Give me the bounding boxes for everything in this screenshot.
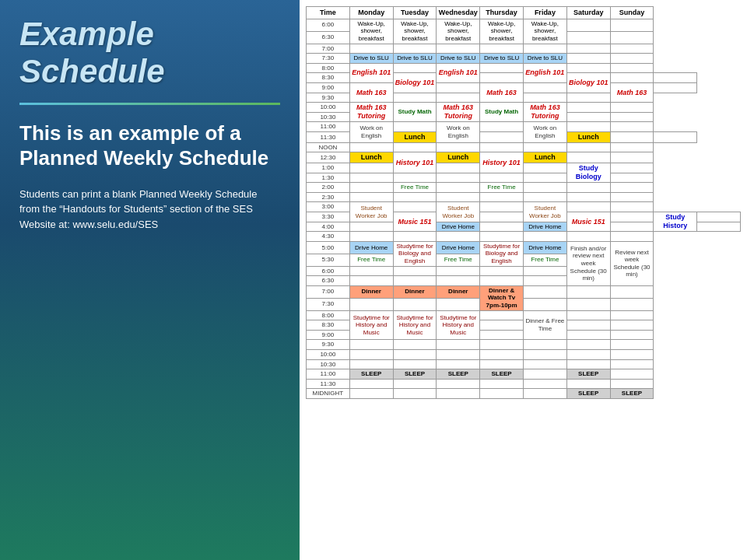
table-row: 4:30: [307, 232, 741, 242]
right-panel: Time Monday Tuesday Wednesday Thursday F…: [300, 0, 747, 560]
table-row: NOON: [307, 142, 741, 152]
table-row: 6:00: [307, 266, 741, 276]
table-row: 3:00 Student Worker Job Student Worker J…: [307, 202, 741, 212]
col-time: Time: [307, 7, 350, 19]
left-panel: Example Schedule This is an example of a…: [0, 0, 300, 560]
col-sunday: Sunday: [610, 7, 654, 19]
table-row: 6:30: [307, 276, 741, 286]
table-row: 11:00 SLEEP SLEEP SLEEP SLEEP SLEEP: [307, 369, 741, 380]
table-row: 7:30: [307, 298, 741, 310]
table-row: 5:00 Drive Home Studytime for Biology an…: [307, 241, 741, 254]
table-row: 8:00 Studytime for History and Music Stu…: [307, 310, 741, 320]
table-row: 9:30: [307, 340, 741, 350]
table-row: 9:00 Math 163 Math 163 Math 163: [307, 82, 741, 93]
col-tuesday: Tuesday: [393, 7, 437, 19]
table-row: 10:00: [307, 349, 741, 359]
divider: [19, 103, 280, 105]
schedule-table: Time Monday Tuesday Wednesday Thursday F…: [306, 6, 741, 399]
table-row: 11:00 Work on English Work on English Wo…: [307, 122, 741, 132]
table-row: 10:00 Math 163 Tutoring Study Math Math …: [307, 103, 741, 113]
table-row: MIDNIGHT SLEEP SLEEP: [307, 389, 741, 399]
table-row: 6:00 Wake-Up, shower, breakfast Wake-Up,…: [307, 19, 741, 31]
table-row: 10:30: [307, 359, 741, 369]
col-thursday: Thursday: [480, 7, 524, 19]
table-row: 7:00 Dinner Dinner Dinner Dinner & Watch…: [307, 285, 741, 298]
table-row: 7:00: [307, 44, 741, 54]
table-row: 2:00 Free Time Free Time: [307, 183, 741, 193]
col-saturday: Saturday: [566, 7, 610, 19]
col-wednesday: Wednesday: [437, 7, 480, 19]
table-row: 1:00 Study Biology: [307, 163, 741, 173]
col-friday: Friday: [523, 7, 566, 19]
col-monday: Monday: [349, 7, 393, 19]
table-row: 2:30: [307, 192, 741, 202]
description: Students can print a blank Planned Weekl…: [19, 187, 280, 233]
page-title: Example Schedule: [19, 16, 280, 91]
table-row: 5:30 Free Time Free Time Free Time: [307, 254, 741, 266]
table-row: 7:30 Drive to SLU Drive to SLU Drive to …: [307, 54, 741, 64]
table-row: 11:30: [307, 379, 741, 389]
subtitle: This is an example of a Planned Weekly S…: [19, 121, 280, 171]
table-row: 12:30 Lunch History 101 Lunch History 10…: [307, 152, 741, 163]
table-row: 1:30: [307, 173, 741, 183]
table-row: 8:00 English 101 English 101 English 101: [307, 63, 741, 73]
